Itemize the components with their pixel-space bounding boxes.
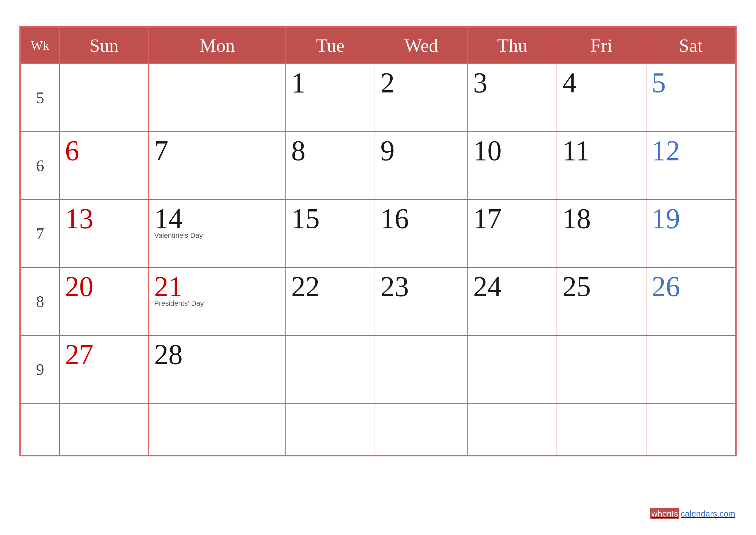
day-cell (375, 335, 468, 403)
day-cell (375, 403, 468, 455)
day-cell (646, 403, 735, 455)
day-number: 7 (154, 135, 168, 166)
day-cell: 21Presidents' Day (149, 268, 286, 335)
watermark[interactable]: whenIscalendars.com (650, 509, 737, 519)
day-cell (286, 335, 375, 403)
day-number: 3 (473, 67, 487, 98)
header-thu: Thu (468, 27, 557, 64)
day-cell: 18 (557, 200, 646, 268)
day-cell: 28 (149, 335, 286, 403)
week-number-5 (21, 403, 60, 455)
day-number: 18 (562, 203, 591, 234)
calendar-body: 5123456678910111271314Valentine's Day151… (21, 64, 735, 455)
day-number: 22 (291, 271, 320, 302)
day-cell (468, 335, 557, 403)
day-number: 9 (380, 135, 395, 166)
calendar-header: WkSunMonTueWedThuFriSat (21, 27, 735, 64)
day-number: 13 (65, 203, 94, 234)
day-cell: 1 (286, 64, 375, 132)
day-cell: 26 (646, 268, 735, 335)
day-number: 20 (65, 271, 94, 302)
week-number-0: 5 (21, 64, 60, 132)
week-row-2: 71314Valentine's Day1516171819 (21, 200, 735, 268)
week-row-4: 92728 (21, 335, 735, 403)
day-cell: 10 (468, 132, 557, 200)
day-number: 27 (65, 339, 94, 370)
day-cell (557, 335, 646, 403)
day-cell (646, 335, 735, 403)
day-cell (468, 403, 557, 455)
week-number-1: 6 (21, 132, 60, 200)
day-cell: 8 (286, 132, 375, 200)
header-mon: Mon (149, 27, 286, 64)
day-number: 1 (291, 67, 306, 98)
day-number: 15 (291, 203, 320, 234)
day-cell (60, 403, 149, 455)
day-cell: 25 (557, 268, 646, 335)
day-cell: 15 (286, 200, 375, 268)
day-cell: 5 (646, 64, 735, 132)
day-cell: 3 (468, 64, 557, 132)
holiday-label: Valentine's Day (154, 231, 280, 240)
day-number: 17 (473, 203, 501, 234)
day-number: 12 (652, 135, 680, 166)
week-row-5 (21, 403, 735, 455)
week-row-0: 512345 (21, 64, 735, 132)
day-cell (286, 403, 375, 455)
day-number: 10 (473, 135, 501, 166)
day-cell: 14Valentine's Day (149, 200, 286, 268)
week-row-3: 82021Presidents' Day2223242526 (21, 268, 735, 335)
day-number: 28 (154, 339, 183, 370)
day-cell (60, 64, 149, 132)
day-number: 14 (154, 203, 183, 234)
day-cell: 22 (286, 268, 375, 335)
day-cell: 23 (375, 268, 468, 335)
day-cell: 12 (646, 132, 735, 200)
day-cell (149, 64, 286, 132)
header-wed: Wed (375, 27, 468, 64)
day-cell (149, 403, 286, 455)
day-cell: 17 (468, 200, 557, 268)
watermark-calendars: calendars.com (679, 508, 737, 519)
day-cell: 11 (557, 132, 646, 200)
day-number: 19 (652, 203, 680, 234)
watermark-when: whenIs (650, 508, 679, 519)
header-tue: Tue (286, 27, 375, 64)
day-number: 8 (291, 135, 306, 166)
header-sun: Sun (60, 27, 149, 64)
week-number-3: 8 (21, 268, 60, 335)
day-number: 4 (562, 67, 577, 98)
header-fri: Fri (557, 27, 646, 64)
day-cell: 2 (375, 64, 468, 132)
day-number: 21 (154, 271, 183, 302)
day-cell: 24 (468, 268, 557, 335)
day-number: 23 (380, 271, 409, 302)
calendar: WkSunMonTueWedThuFriSat 5123456678910111… (19, 26, 737, 456)
day-number: 5 (652, 67, 666, 98)
day-cell: 20 (60, 268, 149, 335)
day-cell: 7 (149, 132, 286, 200)
week-row-1: 66789101112 (21, 132, 735, 200)
week-number-2: 7 (21, 200, 60, 268)
day-number: 6 (65, 135, 79, 166)
holiday-label: Presidents' Day (154, 299, 280, 308)
day-cell: 16 (375, 200, 468, 268)
day-cell: 19 (646, 200, 735, 268)
day-number: 11 (562, 135, 590, 166)
day-cell: 4 (557, 64, 646, 132)
day-number: 2 (380, 67, 395, 98)
header-wk: Wk (21, 27, 60, 64)
day-cell: 27 (60, 335, 149, 403)
day-cell: 9 (375, 132, 468, 200)
header-sat: Sat (646, 27, 735, 64)
day-number: 26 (652, 271, 680, 302)
day-cell (557, 403, 646, 455)
day-number: 25 (562, 271, 591, 302)
watermark-link[interactable]: whenIscalendars.com (650, 508, 737, 519)
day-number: 24 (473, 271, 501, 302)
day-number: 16 (380, 203, 409, 234)
day-cell: 6 (60, 132, 149, 200)
week-number-4: 9 (21, 335, 60, 403)
day-cell: 13 (60, 200, 149, 268)
